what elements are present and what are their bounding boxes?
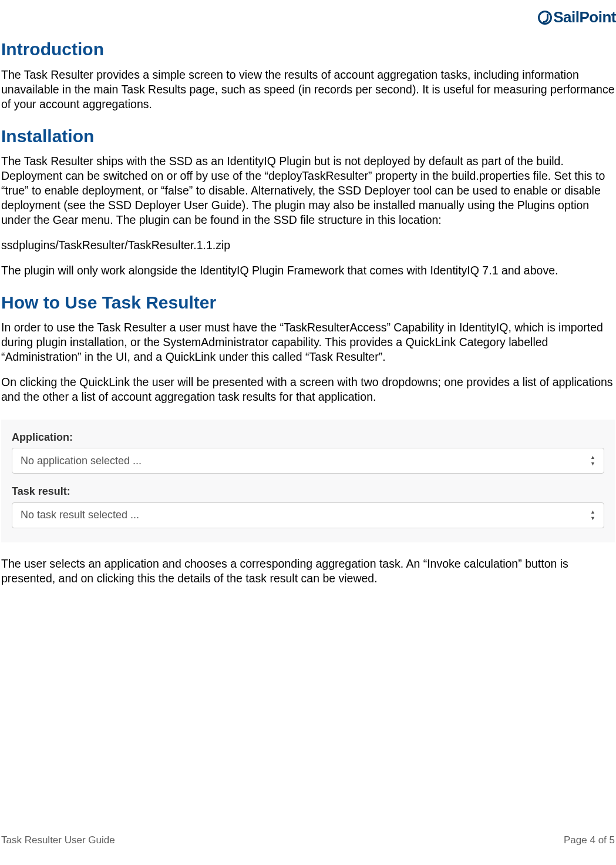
ui-screenshot-panel: Application: No application selected ...… bbox=[1, 420, 615, 542]
paragraph: The plugin will only work alongside the … bbox=[1, 263, 615, 278]
header-logo: SailPoint bbox=[0, 7, 616, 28]
heading-introduction: Introduction bbox=[1, 38, 615, 62]
footer-title: Task Resulter User Guide bbox=[1, 834, 115, 847]
paragraph: The user selects an application and choo… bbox=[1, 556, 615, 586]
paragraph: In order to use the Task Resulter a user… bbox=[1, 320, 615, 364]
chevron-sort-icon: ▲▼ bbox=[590, 455, 595, 467]
chevron-sort-icon: ▲▼ bbox=[590, 509, 595, 521]
task-result-select[interactable]: No task result selected ... ▲▼ bbox=[12, 502, 604, 528]
paragraph-filepath: ssdplugins/TaskResulter/TaskResulter.1.1… bbox=[1, 238, 615, 253]
heading-howto: How to Use Task Resulter bbox=[1, 291, 615, 315]
paragraph: On clicking the QuickLink the user will … bbox=[1, 375, 615, 404]
application-select[interactable]: No application selected ... ▲▼ bbox=[12, 448, 604, 474]
footer-page-number: Page 4 of 5 bbox=[564, 834, 615, 847]
page-footer: Task Resulter User Guide Page 4 of 5 bbox=[0, 834, 616, 847]
task-result-select-value: No task result selected ... bbox=[21, 508, 139, 522]
application-label: Application: bbox=[12, 430, 604, 444]
application-select-value: No application selected ... bbox=[21, 454, 142, 468]
heading-installation: Installation bbox=[1, 125, 615, 149]
logo-text: SailPoint bbox=[553, 7, 616, 28]
paragraph: The Task Resulter ships with the SSD as … bbox=[1, 154, 615, 227]
sailpoint-logo-icon bbox=[538, 11, 552, 25]
task-result-label: Task result: bbox=[12, 484, 604, 498]
paragraph: The Task Resulter provides a simple scre… bbox=[1, 68, 615, 112]
